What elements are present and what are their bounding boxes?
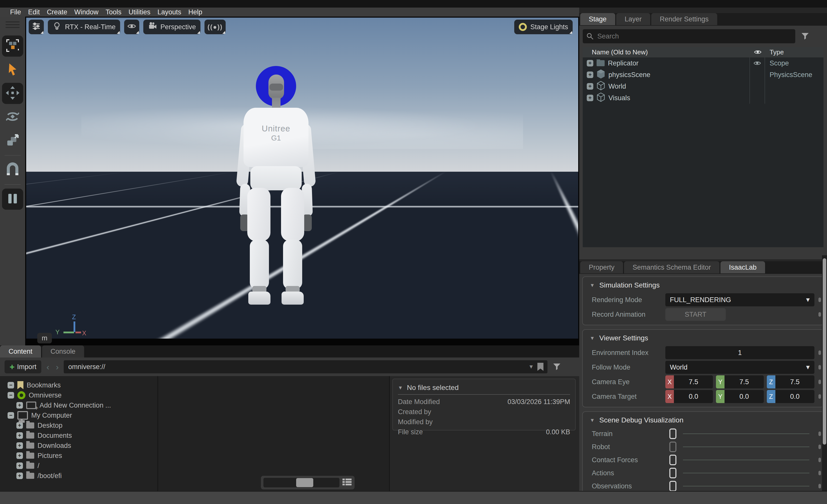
- scrollbar-thumb[interactable]: [823, 258, 826, 445]
- list-view-toggle-icon[interactable]: [342, 478, 352, 487]
- property-state-dot[interactable]: [818, 350, 821, 355]
- stage-row-replicator[interactable]: + Replicator Scope: [583, 57, 823, 69]
- tab-isaaclab[interactable]: IsaacLab: [721, 261, 765, 273]
- expand-icon[interactable]: +: [16, 422, 23, 429]
- observations-checkbox[interactable]: [669, 481, 676, 491]
- follow-mode-select[interactable]: World ▼: [665, 361, 814, 374]
- slider-thumb[interactable]: [296, 478, 313, 487]
- import-button[interactable]: + Import: [5, 360, 41, 373]
- snap-tool-button[interactable]: [2, 159, 23, 181]
- bookmark-icon[interactable]: [537, 363, 543, 371]
- environment-index-field[interactable]: 1: [665, 346, 814, 359]
- tab-layer[interactable]: Layer: [616, 13, 650, 25]
- tree-item-documents[interactable]: + Documents: [0, 431, 157, 441]
- column-name[interactable]: Name (Old to New): [583, 48, 750, 56]
- menu-create[interactable]: Create: [43, 8, 71, 17]
- tab-console[interactable]: Console: [42, 345, 84, 357]
- visibility-column-header[interactable]: [750, 47, 765, 57]
- scene-debug-header[interactable]: ▼ Scene Debug Visualization: [585, 413, 821, 427]
- menu-help[interactable]: Help: [185, 8, 206, 17]
- tree-item-root[interactable]: + /: [0, 461, 157, 471]
- actions-checkbox[interactable]: [669, 468, 676, 478]
- tree-item-bookmarks[interactable]: − Bookmarks: [0, 380, 157, 390]
- filter-button[interactable]: [551, 361, 563, 372]
- visibility-button[interactable]: [124, 20, 139, 34]
- unit-chip[interactable]: m: [37, 333, 52, 343]
- simulation-settings-header[interactable]: ▼ Simulation Settings: [585, 279, 821, 292]
- tab-semantics-schema-editor[interactable]: Semantics Schema Editor: [624, 261, 720, 273]
- menu-utilities[interactable]: Utilities: [125, 8, 154, 17]
- property-state-dot[interactable]: [818, 394, 821, 399]
- camera-eye-y-field[interactable]: 7.5: [725, 375, 764, 389]
- play-pause-button[interactable]: [2, 189, 23, 210]
- expand-icon[interactable]: +: [16, 442, 23, 449]
- sync-broadcast-button[interactable]: ((●)): [204, 20, 226, 34]
- collapse-icon[interactable]: −: [8, 392, 14, 399]
- details-header[interactable]: ▼ No files selected: [398, 382, 570, 393]
- expand-icon[interactable]: +: [587, 83, 593, 90]
- property-state-dot[interactable]: [818, 484, 821, 488]
- camera-eye-x-field[interactable]: 7.5: [674, 375, 713, 389]
- property-state-dot[interactable]: [818, 471, 821, 475]
- stage-row-physicsscene[interactable]: + physicsScene PhysicsScene: [583, 69, 823, 81]
- move-tool-button[interactable]: [2, 83, 23, 104]
- stage-row-visuals[interactable]: + Visuals: [583, 92, 823, 104]
- stage-tree-header[interactable]: Name (Old to New) Type: [583, 47, 823, 57]
- camera-button[interactable]: Perspective: [143, 20, 200, 34]
- property-state-dot[interactable]: [818, 432, 821, 436]
- unitree-g1-robot[interactable]: Unitree G1: [239, 65, 313, 307]
- tree-item-omniverse[interactable]: − Omniverse: [0, 390, 157, 400]
- property-state-dot[interactable]: [818, 380, 821, 384]
- terrain-checkbox[interactable]: [669, 429, 676, 439]
- property-state-dot[interactable]: [818, 458, 821, 462]
- menu-tools[interactable]: Tools: [102, 8, 125, 17]
- expand-icon[interactable]: +: [16, 472, 23, 479]
- property-state-dot[interactable]: [818, 445, 821, 449]
- visibility-toggle[interactable]: [749, 57, 765, 69]
- toolbar-grip-handle[interactable]: [6, 20, 20, 30]
- tree-item-boot-efi[interactable]: + /boot/efi: [0, 471, 157, 481]
- expand-icon[interactable]: +: [587, 60, 593, 66]
- rendering-mode-select[interactable]: FULL_RENDERING ▼: [665, 293, 814, 306]
- scale-tool-button[interactable]: [2, 130, 23, 151]
- stage-lights-button[interactable]: Stage Lights: [514, 20, 573, 34]
- tree-item-add-new-connection[interactable]: + Add New Connection ...: [0, 400, 157, 410]
- selection-mode-button[interactable]: [2, 36, 23, 57]
- property-state-dot[interactable]: [818, 312, 821, 317]
- stage-options-button[interactable]: [815, 31, 823, 42]
- stage-row-world[interactable]: + World: [583, 81, 823, 92]
- rotate-tool-button[interactable]: [2, 106, 23, 128]
- expand-icon[interactable]: +: [16, 452, 23, 459]
- menu-file[interactable]: File: [7, 8, 25, 17]
- back-button[interactable]: ‹: [45, 362, 51, 372]
- tree-item-my-computer[interactable]: − My Computer: [0, 410, 157, 420]
- tab-content[interactable]: Content: [0, 345, 41, 357]
- tab-property[interactable]: Property: [580, 261, 623, 273]
- tree-item-pictures[interactable]: + Pictures: [0, 451, 157, 461]
- select-tool-button[interactable]: [2, 59, 23, 80]
- menu-edit[interactable]: Edit: [25, 8, 44, 17]
- menu-window[interactable]: Window: [71, 8, 102, 17]
- camera-target-x-field[interactable]: 0.0: [674, 390, 713, 403]
- collapse-icon[interactable]: −: [8, 382, 14, 389]
- tab-render-settings[interactable]: Render Settings: [651, 13, 717, 25]
- camera-eye-z-field[interactable]: 7.5: [775, 375, 814, 389]
- stage-filter-button[interactable]: [799, 31, 811, 42]
- expand-icon[interactable]: +: [16, 402, 23, 409]
- tab-stage[interactable]: Stage: [580, 13, 615, 25]
- expand-icon[interactable]: +: [16, 462, 23, 469]
- file-grid-area[interactable]: [158, 376, 389, 491]
- viewport[interactable]: Unitree G1: [25, 17, 579, 345]
- start-record-button[interactable]: START: [665, 308, 726, 321]
- tree-item-downloads[interactable]: + Downloads: [0, 441, 157, 451]
- contact-forces-checkbox[interactable]: [669, 455, 676, 465]
- path-input[interactable]: [68, 363, 525, 371]
- tree-item-desktop[interactable]: + Desktop: [0, 420, 157, 431]
- column-type[interactable]: Type: [765, 47, 823, 57]
- collapse-icon[interactable]: −: [8, 412, 14, 419]
- search-input[interactable]: [597, 32, 792, 41]
- property-state-dot[interactable]: [818, 298, 821, 302]
- menu-layouts[interactable]: Layouts: [154, 8, 185, 17]
- options-menu-button[interactable]: [566, 361, 575, 372]
- expand-icon[interactable]: +: [16, 432, 23, 439]
